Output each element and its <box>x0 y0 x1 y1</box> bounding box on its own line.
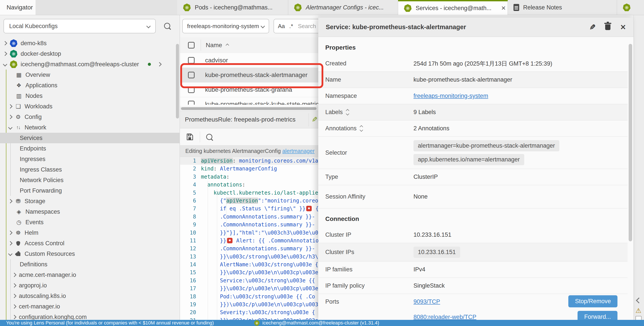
code-line[interactable]: 12 .CommonAnnotations.summary }}- <box>180 244 318 252</box>
code-line[interactable]: 15 }}\u003c/p\u003e\n\u003cp\u003e\u003c <box>180 268 318 276</box>
chevron-right-icon[interactable] <box>12 304 16 309</box>
sidebar-item-argoproj[interactable]: argoproj.io <box>0 280 180 291</box>
code-line[interactable]: 13 }}\u003c/strong\u003e\u003c/h3\u003e <box>180 253 318 260</box>
expand-toggle-icon[interactable] <box>360 126 362 131</box>
tab-partial[interactable]: ⎈ <box>617 0 644 15</box>
row-checkbox[interactable] <box>188 57 194 64</box>
sidebar-item-demo-k8s[interactable]: ⎈ demo-k8s <box>0 38 180 48</box>
chevron-right-icon[interactable] <box>12 273 16 277</box>
code-line[interactable]: 1apiVersion: monitoring.coreos.com/v1alp… <box>180 157 318 165</box>
sidebar-scrollbar[interactable] <box>176 44 179 118</box>
editor-search-icon[interactable] <box>206 134 212 140</box>
sidebar-item-storage[interactable]: ⛃ Storage <box>0 196 180 206</box>
chevron-right-icon[interactable] <box>12 283 16 288</box>
sidebar-item-custom-resources[interactable]: Custom Resources <box>0 248 180 259</box>
sidebar-item-events[interactable]: ◷ Events <box>0 217 180 228</box>
expand-toggle-icon[interactable] <box>346 110 349 115</box>
code-line[interactable]: 6 {"apiVersion":"monitoring.coreos.com/v… <box>180 197 318 205</box>
chevron-down-icon[interactable] <box>3 62 7 66</box>
chevron-right-icon[interactable] <box>8 199 12 203</box>
chevron-right-icon[interactable] <box>12 315 16 319</box>
code-line[interactable]: 7 if eq .Status \"firing\" }} {{ end }} <box>180 205 318 212</box>
chevron-down-icon[interactable] <box>8 252 12 256</box>
code-line[interactable]: 8 .CommonAnnotations.summary }}- <box>180 213 318 221</box>
sidebar-item-nodes[interactable]: ▥ Nodes <box>0 90 180 101</box>
edit-icon[interactable]: ✎ <box>590 23 596 32</box>
table-row-partial[interactable]: kube-prometheus-stack-kube-state-metrics <box>180 97 318 105</box>
edit-pencil-icon[interactable]: ✎ <box>312 116 318 124</box>
delete-icon[interactable] <box>605 24 610 30</box>
chevron-right-icon[interactable] <box>157 62 162 66</box>
code-line[interactable]: 14 AlertName:\u003c/strong\u003e {{ . <box>180 260 318 268</box>
scrollbar-thumb[interactable] <box>181 107 316 110</box>
code-line[interactable]: 5 kubectl.kubernetes.io/last-applied-con… <box>180 189 318 197</box>
chevron-right-icon[interactable] <box>3 52 7 56</box>
tab-services-active[interactable]: ⎈ Services - icecheng@math... ✕ <box>398 0 508 15</box>
yaml-editor[interactable]: 1apiVersion: monitoring.coreos.com/v1alp… <box>180 157 318 320</box>
tab-close-icon[interactable]: ✕ <box>501 5 506 12</box>
chevron-right-icon[interactable] <box>8 230 12 235</box>
drawer-scrollbar[interactable] <box>629 44 632 241</box>
sidebar-item-endpoints[interactable]: Endpoints <box>0 143 180 154</box>
code-line[interactable]: 19 }})\u003c/p\u003e\n\u003cp\u003e\u00 <box>180 300 318 308</box>
code-line[interactable]: 2kind: AlertmanagerConfig <box>180 165 318 173</box>
save-icon[interactable] <box>186 133 194 141</box>
namespace-select[interactable]: freeleaps-monitoring-system <box>182 19 269 33</box>
chevron-left-icon[interactable] <box>636 298 642 304</box>
prometheusrule-dock-tab[interactable]: PrometheusRule: freepeals-prod-metrics ✎ <box>180 111 318 128</box>
sidebar-item-config[interactable]: ⚙ Config <box>0 112 180 122</box>
code-line[interactable]: 3metadata: <box>180 173 318 181</box>
kubeconfig-select[interactable]: Local Kubeconfigs <box>4 19 156 33</box>
code-line[interactable]: 18 Pod:\u003c/strong\u003e {{ .Co <box>180 293 318 300</box>
sidebar-item-ingresses[interactable]: Ingresses <box>0 154 180 164</box>
sidebar-item-namespaces[interactable]: ◈ Namespaces <box>0 206 180 217</box>
search-icon[interactable] <box>164 23 170 29</box>
code-line[interactable]: 17 }}\u003c/p\u003e\n\u003cp\u003e\u003c <box>180 284 318 292</box>
select-all-checkbox[interactable] <box>188 42 194 48</box>
tab-alertmanager-configs[interactable]: ⎈ Alertmanager Configs - icec... <box>288 0 398 15</box>
sidebar-item-port-forwarding[interactable]: Port Forwarding <box>0 186 180 196</box>
stop-remove-button[interactable]: Stop/Remove <box>568 295 618 307</box>
sidebar-item-network-policies[interactable]: Network Policies <box>0 175 180 186</box>
sidebar-item-access-control[interactable]: Access Control <box>0 238 180 248</box>
sort-asc-icon[interactable] <box>226 44 229 47</box>
sidebar-item-helm[interactable]: ☸ Helm <box>0 228 180 238</box>
column-header-name[interactable]: Name <box>206 42 222 49</box>
code-line[interactable]: 10 }}"}],"html":"\u003ch3\u003e\u003cstr… <box>180 229 318 237</box>
sidebar-item-autoscaling[interactable]: autoscaling.k8s.io <box>0 291 180 301</box>
namespace-link[interactable]: freeleaps-monitoring-system <box>414 92 488 100</box>
alertmanager-link[interactable]: alertmanager <box>282 148 314 154</box>
sidebar-item-network[interactable]: ↑↓ Network <box>0 122 180 133</box>
cluster-ip-chip[interactable]: 10.233.16.151 <box>414 246 460 258</box>
horizontal-scrollbar[interactable] <box>180 106 318 110</box>
regex-toggle[interactable]: .* <box>289 23 293 30</box>
sidebar-item-workloads[interactable]: ❏ Workloads <box>0 101 180 112</box>
sidebar-item-ingress-classes[interactable]: Ingress Classes <box>0 164 180 175</box>
chevron-right-icon[interactable] <box>8 104 12 108</box>
sidebar-item-cert-manager[interactable]: cert-manager.io <box>0 301 180 312</box>
selector-chip[interactable]: app.kubernetes.io/name=alertmanager <box>414 154 524 165</box>
code-line[interactable]: 20 Severity:\u003c/strong\u003e { <box>180 308 318 316</box>
chevron-right-icon[interactable] <box>8 115 12 119</box>
search-input[interactable] <box>298 22 318 30</box>
port-link-8080[interactable]: 8080:reloader-web/TCP <box>414 314 476 320</box>
chevron-down-icon[interactable] <box>8 125 12 130</box>
close-icon[interactable]: ✕ <box>620 23 626 31</box>
chevron-right-icon[interactable] <box>8 241 12 246</box>
code-line[interactable]: 21 }}\u003c/p\u003e\n\u003cp\u003e\u003c <box>180 316 318 320</box>
sidebar-item-definitions[interactable]: Definitions <box>0 259 180 270</box>
tab-release-notes[interactable]: Release Notes <box>508 0 617 15</box>
code-line[interactable]: 16 Service:\u003c/strong\u003e {{ .C <box>180 277 318 284</box>
code-line[interactable]: 4 annotations: <box>180 181 318 189</box>
sidebar-item-overview[interactable]: ▦ Overview <box>0 70 180 80</box>
port-link-9093[interactable]: 9093/TCP <box>414 298 440 305</box>
tab-pods[interactable]: ⎈ Pods - icecheng@mathmas... <box>177 0 288 15</box>
match-case-toggle[interactable]: Aa <box>278 23 285 30</box>
code-line[interactable]: 11 }} Alert: {{ .CommonAnnotations <box>180 237 318 244</box>
chevron-right-icon[interactable] <box>3 41 7 46</box>
sidebar-item-freeleaps-cluster[interactable]: ⎈ icecheng@mathmast.com@freeleaps-cluste… <box>0 59 180 70</box>
sidebar-item-services[interactable]: Services <box>0 133 180 143</box>
sidebar-item-applications[interactable]: ❖ Applications <box>0 80 180 90</box>
sidebar-item-acme-cert-manager[interactable]: acme.cert-manager.io <box>0 270 180 280</box>
code-line[interactable]: 9 .CommonAnnotations.summary }}- <box>180 221 318 228</box>
